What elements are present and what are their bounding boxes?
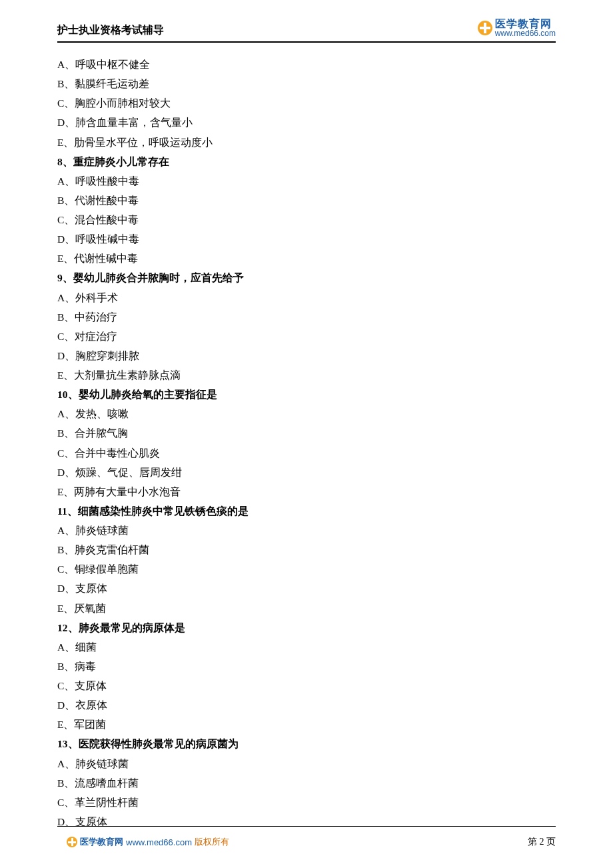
question-text: 婴幼儿肺炎合并脓胸时，应首先给予 [73, 272, 244, 283]
option-row: A、肺炎链球菌 [57, 754, 556, 773]
option-row: E、厌氧菌 [57, 599, 556, 618]
option-row: E、代谢性碱中毒 [57, 249, 556, 268]
option-text: 混合性酸中毒 [75, 214, 139, 225]
option-row: C、支原体 [57, 676, 556, 695]
option-text: 合并脓气胸 [75, 427, 128, 439]
question-stem: 8、重症肺炎小儿常存在 [57, 152, 556, 171]
option-row: E、军团菌 [57, 715, 556, 734]
page-footer: 医学教育网 www.med66.com 版权所有 第 2 页 [67, 836, 556, 848]
option-row: A、呼吸中枢不健全 [57, 55, 556, 74]
footer-divider [57, 826, 556, 827]
option-row: B、中药治疗 [57, 307, 556, 327]
page-number: 第 2 页 [528, 836, 556, 848]
medical-cross-icon [478, 21, 492, 35]
option-text: 铜绿假单胞菌 [75, 563, 139, 575]
option-text: 厌氧菌 [74, 603, 106, 614]
question-text: 婴幼儿肺炎给氧的主要指征是 [79, 389, 217, 400]
option-text: 外科手术 [75, 292, 118, 303]
option-text: 细菌 [75, 641, 97, 653]
option-text: 呼吸性碱中毒 [75, 233, 139, 245]
option-text: 肺含血量丰富，含气量小 [75, 117, 193, 128]
option-row: D、衣原体 [57, 695, 556, 715]
question-text: 重症肺炎小儿常存在 [73, 156, 169, 167]
logo-brand-cn: 医学教育网 [495, 19, 556, 29]
option-row: B、病毒 [57, 657, 556, 676]
option-text: 肺炎链球菌 [75, 758, 129, 769]
option-row: E、大剂量抗生素静脉点滴 [57, 365, 556, 385]
option-text: 中药治疗 [75, 311, 117, 323]
header-title: 护士执业资格考试辅导 [57, 23, 164, 39]
option-row: D、支原体 [57, 812, 556, 831]
option-row: C、革兰阴性杆菌 [57, 793, 556, 812]
option-text: 大剂量抗生素静脉点滴 [74, 369, 181, 381]
option-text: 黏膜纤毛运动差 [75, 78, 149, 89]
option-row: B、代谢性酸中毒 [57, 191, 556, 210]
option-row: A、细菌 [57, 637, 556, 657]
option-text: 烦躁、气促、唇周发绀 [75, 467, 182, 478]
option-text: 胸腔小而肺相对较大 [75, 97, 171, 109]
option-row: B、黏膜纤毛运动差 [57, 74, 556, 93]
option-text: 两肺有大量中小水泡音 [74, 486, 181, 497]
option-text: 代谢性酸中毒 [75, 195, 139, 206]
question-stem: 11、细菌感染性肺炎中常见铁锈色痰的是 [57, 501, 556, 521]
option-row: B、流感嗜血杆菌 [57, 773, 556, 793]
option-text: 军团菌 [74, 719, 106, 730]
footer-left: 医学教育网 www.med66.com 版权所有 [67, 836, 229, 848]
option-text: 肋骨呈水平位，呼吸运动度小 [74, 137, 213, 148]
logo-url: www.med66.com [495, 29, 556, 37]
question-text: 细菌感染性肺炎中常见铁锈色痰的是 [78, 505, 249, 517]
option-row: C、混合性酸中毒 [57, 210, 556, 229]
option-text: 合并中毒性心肌炎 [75, 447, 160, 459]
option-row: D、呼吸性碱中毒 [57, 229, 556, 249]
footer-url: www.med66.com [126, 837, 192, 847]
option-row: A、呼吸性酸中毒 [57, 171, 556, 191]
option-row: D、支原体 [57, 579, 556, 598]
option-row: B、合并脓气胸 [57, 423, 556, 443]
option-text: 支原体 [75, 583, 107, 594]
question-stem: 10、婴幼儿肺炎给氧的主要指征是 [57, 385, 556, 404]
question-stem: 13、医院获得性肺炎最常见的病原菌为 [57, 734, 556, 753]
option-row: C、铜绿假单胞菌 [57, 559, 556, 579]
option-row: A、外科手术 [57, 288, 556, 307]
option-text: 胸腔穿刺排脓 [75, 350, 139, 361]
option-row: C、合并中毒性心肌炎 [57, 443, 556, 463]
option-text: 肺炎链球菌 [75, 525, 129, 536]
option-text: 发热、咳嗽 [75, 408, 129, 419]
question-text: 肺炎最常见的病原体是 [79, 622, 185, 633]
content-body: A、呼吸中枢不健全 B、黏膜纤毛运动差 C、胸腔小而肺相对较大 D、肺含血量丰富… [57, 55, 556, 831]
option-text: 支原体 [75, 680, 107, 691]
question-stem: 9、婴幼儿肺炎合并脓胸时，应首先给予 [57, 268, 556, 287]
option-row: E、两肺有大量中小水泡音 [57, 482, 556, 501]
option-row: D、胸腔穿刺排脓 [57, 346, 556, 365]
footer-brand: 医学教育网 [80, 836, 123, 848]
option-text: 革兰阴性杆菌 [75, 797, 139, 808]
question-text: 医院获得性肺炎最常见的病原菌为 [79, 738, 239, 749]
option-row: D、烦躁、气促、唇周发绀 [57, 463, 556, 482]
option-text: 病毒 [75, 661, 96, 672]
option-row: A、发热、咳嗽 [57, 404, 556, 423]
question-stem: 12、肺炎最常见的病原体是 [57, 618, 556, 637]
option-row: C、对症治疗 [57, 327, 556, 346]
logo-block: 医学教育网 www.med66.com [478, 19, 556, 37]
option-text: 呼吸性酸中毒 [75, 175, 139, 187]
logo-text: 医学教育网 www.med66.com [495, 19, 556, 37]
option-row: B、肺炎克雷伯杆菌 [57, 540, 556, 559]
option-text: 肺炎克雷伯杆菌 [75, 544, 149, 555]
option-row: D、肺含血量丰富，含气量小 [57, 113, 556, 132]
footer-copyright: 版权所有 [195, 836, 229, 848]
option-row: E、肋骨呈水平位，呼吸运动度小 [57, 133, 556, 152]
option-text: 代谢性碱中毒 [74, 253, 138, 264]
option-text: 衣原体 [75, 699, 107, 711]
option-row: A、肺炎链球菌 [57, 521, 556, 540]
page-container: 护士执业资格考试辅导 医学教育网 www.med66.com A、呼吸中枢不健全… [0, 0, 613, 868]
medical-cross-icon [67, 837, 77, 847]
option-text: 呼吸中枢不健全 [75, 59, 150, 70]
option-text: 对症治疗 [75, 331, 117, 342]
page-header: 护士执业资格考试辅导 医学教育网 www.med66.com [57, 19, 556, 43]
option-text: 流感嗜血杆菌 [75, 777, 139, 789]
option-row: C、胸腔小而肺相对较大 [57, 93, 556, 113]
